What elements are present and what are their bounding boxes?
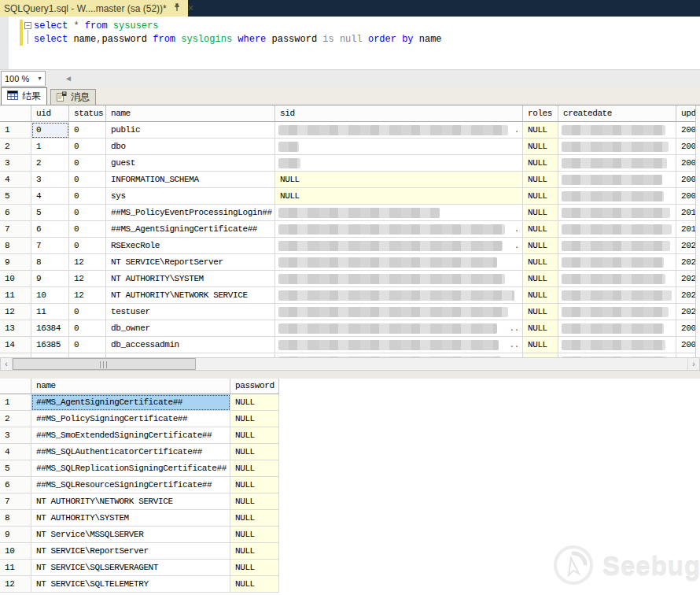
redacted-cell[interactable] xyxy=(275,287,523,304)
cell-status[interactable]: 0 xyxy=(69,172,106,188)
row-header[interactable]: 12 xyxy=(0,304,31,320)
cell-status[interactable]: 0 xyxy=(69,337,106,353)
row-header[interactable]: 8 xyxy=(0,238,31,254)
grid1-col-header[interactable] xyxy=(0,105,31,122)
cell-password[interactable]: NULL xyxy=(230,477,279,493)
redacted-cell[interactable] xyxy=(558,172,676,188)
cell-status[interactable]: 12 xyxy=(69,271,106,287)
cell-uid[interactable]: 0 xyxy=(31,122,69,139)
redacted-cell[interactable]: . xyxy=(275,122,523,139)
cell-uid[interactable]: 5 xyxy=(31,205,69,221)
cell-password[interactable]: NULL xyxy=(230,444,279,460)
cell-name[interactable]: ##MS_AgentSigningCertificate## xyxy=(106,221,275,238)
redacted-cell[interactable] xyxy=(275,271,523,287)
tab-messages[interactable]: 消息 xyxy=(50,89,96,105)
cell-name[interactable]: ##MS_SQLAuthenticatorCertificate## xyxy=(31,444,230,460)
cell-status[interactable]: 0 xyxy=(69,122,106,139)
grid1-horizontal-scrollbar[interactable]: ‹ › xyxy=(0,357,700,371)
editor-hscrollbar[interactable]: 100 % ▾ ◄ xyxy=(0,69,700,87)
row-header[interactable]: 11 xyxy=(0,560,31,576)
cell-password[interactable]: NULL xyxy=(230,560,279,576)
cell-roles[interactable]: NULL xyxy=(523,221,558,238)
redacted-cell[interactable]: . xyxy=(275,238,523,254)
chevron-down-icon[interactable]: ▾ xyxy=(35,72,45,86)
close-icon[interactable]: ✕ xyxy=(187,4,194,13)
cell-roles[interactable]: NULL xyxy=(523,238,558,254)
redacted-cell[interactable] xyxy=(275,205,523,221)
redacted-cell[interactable] xyxy=(558,271,676,287)
cell-status[interactable]: 0 xyxy=(69,221,106,238)
redacted-cell[interactable]: .. xyxy=(275,337,523,353)
cell-name[interactable]: NT SERVICE\ReportServer xyxy=(31,543,230,560)
row-header[interactable]: 12 xyxy=(0,576,31,593)
cell-name[interactable]: NT SERVICE\ReportServer xyxy=(106,254,275,271)
cell-name[interactable]: public xyxy=(106,122,275,139)
row-header[interactable]: 14 xyxy=(0,337,31,353)
cell-status[interactable]: 0 xyxy=(69,205,106,221)
cell-uid[interactable]: 8 xyxy=(31,254,69,271)
redacted-cell[interactable]: . xyxy=(275,221,523,238)
grid1-col-header[interactable]: roles xyxy=(523,105,558,122)
row-header[interactable]: 8 xyxy=(0,510,31,527)
zoom-combobox[interactable]: 100 % ▾ xyxy=(1,71,46,87)
cell-name[interactable]: NT Service\MSSQLSERVER xyxy=(31,527,230,543)
cell-name[interactable]: RSExecRole xyxy=(106,238,275,254)
cell-name[interactable]: ##MS_SQLReplicationSigningCertificate## xyxy=(31,460,230,477)
cell-status[interactable]: 0 xyxy=(69,304,106,320)
cell-roles[interactable]: NULL xyxy=(523,287,558,304)
redacted-cell[interactable] xyxy=(558,337,676,353)
cell-uid[interactable]: 1 xyxy=(31,139,69,155)
cell-roles[interactable]: NULL xyxy=(523,271,558,287)
cell-name[interactable]: NT SERVICE\SQLSERVERAGENT xyxy=(31,560,230,576)
cell-password[interactable]: NULL xyxy=(230,527,279,543)
row-header[interactable]: 2 xyxy=(0,139,31,155)
cell-status[interactable]: 0 xyxy=(69,188,106,205)
cell-password[interactable]: NULL xyxy=(230,394,279,411)
cell-name[interactable]: db_owner xyxy=(106,320,275,337)
row-header[interactable]: 10 xyxy=(0,271,31,287)
row-header[interactable]: 5 xyxy=(0,460,31,477)
cell-name[interactable]: NT AUTHORITY\SYSTEM xyxy=(106,271,275,287)
cell-password[interactable]: NULL xyxy=(230,460,279,477)
cell-name[interactable]: NT AUTHORITY\NETWORK SERVICE xyxy=(106,287,275,304)
cell-name[interactable]: testuser xyxy=(106,304,275,320)
row-header[interactable]: 1 xyxy=(0,394,31,411)
redacted-cell[interactable] xyxy=(275,155,523,172)
cell-roles[interactable]: NULL xyxy=(523,172,558,188)
code-fold-icon[interactable]: − xyxy=(24,22,31,29)
grid1-col-header[interactable]: sid xyxy=(275,105,523,122)
grid-splitter[interactable] xyxy=(0,371,700,379)
row-header[interactable]: 3 xyxy=(0,427,31,444)
cell-roles[interactable]: NULL xyxy=(523,139,558,155)
cell-uid[interactable]: 6 xyxy=(31,221,69,238)
cell-roles[interactable]: NULL xyxy=(523,304,558,320)
sql-editor[interactable]: − select * from sysusers select name,pas… xyxy=(0,17,700,69)
row-header[interactable]: 13 xyxy=(0,320,31,337)
cell-status[interactable]: 12 xyxy=(69,254,106,271)
cell-status[interactable]: 0 xyxy=(69,139,106,155)
cell-name[interactable]: ##MS_SmoExtendedSigningCertificate## xyxy=(31,427,230,444)
cell-name[interactable]: INFORMATION_SCHEMA xyxy=(106,172,275,188)
cell-sid[interactable]: NULL xyxy=(275,188,523,205)
row-header[interactable]: 5 xyxy=(0,188,31,205)
cell-name[interactable]: ##MS_AgentSigningCertificate## xyxy=(31,394,230,411)
cell-name[interactable]: ##MS_PolicySigningCertificate## xyxy=(31,411,230,427)
pin-icon[interactable] xyxy=(173,3,181,13)
grid1-col-header[interactable]: status xyxy=(69,105,106,122)
scroll-left-arrow-icon[interactable]: ◄ xyxy=(63,72,74,85)
cell-uid[interactable]: 11 xyxy=(31,304,69,320)
grid1-vertical-scrollbar[interactable] xyxy=(695,105,700,357)
row-header[interactable]: 7 xyxy=(0,221,31,238)
cell-roles[interactable]: NULL xyxy=(523,155,558,172)
redacted-cell[interactable] xyxy=(275,254,523,271)
redacted-cell[interactable] xyxy=(558,304,676,320)
cell-roles[interactable]: NULL xyxy=(523,320,558,337)
cell-name[interactable]: db_accessadmin xyxy=(106,337,275,353)
row-header[interactable]: 7 xyxy=(0,493,31,510)
cell-password[interactable]: NULL xyxy=(230,576,279,593)
cell-name[interactable]: NT SERVICE\SQLTELEMETRY xyxy=(31,576,230,593)
cell-sid[interactable]: NULL xyxy=(275,172,523,188)
tab-results[interactable]: 结果 xyxy=(1,87,47,105)
scroll-right-icon[interactable]: › xyxy=(687,358,699,370)
cell-name[interactable]: sys xyxy=(106,188,275,205)
